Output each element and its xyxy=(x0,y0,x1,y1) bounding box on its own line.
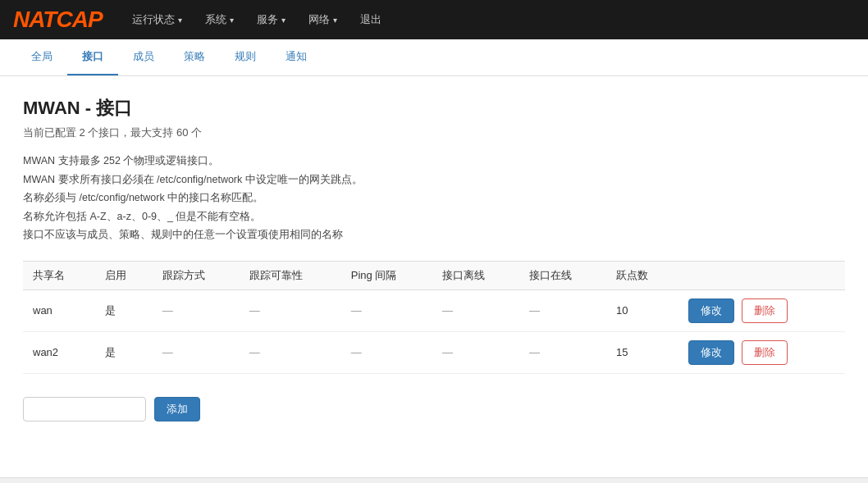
info-line-1: MWAN 支持最多 252 个物理或逻辑接口。 xyxy=(23,152,845,171)
tab-member[interactable]: 成员 xyxy=(118,39,169,75)
col-header-actions xyxy=(678,261,845,289)
add-interface-input[interactable] xyxy=(23,397,146,421)
chevron-down-icon: ▾ xyxy=(281,16,286,25)
table-row: wan2 是 — — — — — 15 修改 删除 xyxy=(23,331,845,373)
cell-track-method: — xyxy=(153,331,240,373)
table-header-row: 共享名 启用 跟踪方式 跟踪可靠性 Ping 间隔 接口离线 接口在线 跃点数 xyxy=(23,261,845,289)
cell-ping-interval: — xyxy=(341,331,432,373)
cell-actions: 修改 删除 xyxy=(678,331,845,373)
interface-table: 共享名 启用 跟踪方式 跟踪可靠性 Ping 间隔 接口离线 接口在线 跃点数 … xyxy=(23,261,845,374)
cell-name: wan xyxy=(23,289,95,331)
add-button[interactable]: 添加 xyxy=(154,397,200,421)
tab-policy[interactable]: 策略 xyxy=(169,39,220,75)
cell-track-reliability: — xyxy=(240,289,341,331)
delete-button[interactable]: 删除 xyxy=(742,298,788,323)
nav-item-logout[interactable]: 退出 xyxy=(350,7,391,32)
edit-button[interactable]: 修改 xyxy=(688,340,734,365)
tab-interface[interactable]: 接口 xyxy=(67,39,118,75)
cell-actions: 修改 删除 xyxy=(678,289,845,331)
main-content: MWAN - 接口 当前已配置 2 个接口，最大支持 60 个 MWAN 支持最… xyxy=(0,76,868,477)
edit-button[interactable]: 修改 xyxy=(688,298,734,323)
nav-item-services[interactable]: 服务 ▾ xyxy=(247,7,295,32)
cell-online: — xyxy=(519,331,606,373)
cell-ping-interval: — xyxy=(341,289,432,331)
tab-notify[interactable]: 通知 xyxy=(271,39,322,75)
nav-link-logout[interactable]: 退出 xyxy=(350,7,391,32)
nav-link-status[interactable]: 运行状态 ▾ xyxy=(122,7,192,32)
chevron-down-icon: ▾ xyxy=(333,16,337,25)
tab-global[interactable]: 全局 xyxy=(16,39,67,75)
chevron-down-icon: ▾ xyxy=(230,16,234,25)
col-header-track-reliability: 跟踪可靠性 xyxy=(240,261,341,289)
nav-link-services[interactable]: 服务 ▾ xyxy=(247,7,295,32)
nav-link-network[interactable]: 网络 ▾ xyxy=(299,7,347,32)
info-line-3: 名称必须与 /etc/config/network 中的接口名称匹配。 xyxy=(23,189,845,207)
cell-metric: 15 xyxy=(606,331,678,373)
cell-name: wan2 xyxy=(23,331,95,373)
cell-online: — xyxy=(519,289,606,331)
cell-track-reliability: — xyxy=(240,331,341,373)
page-subtitle: 当前已配置 2 个接口，最大支持 60 个 xyxy=(23,125,845,140)
col-header-offline: 接口离线 xyxy=(432,261,519,289)
delete-button[interactable]: 删除 xyxy=(742,340,788,365)
cell-offline: — xyxy=(432,331,519,373)
col-header-online: 接口在线 xyxy=(519,261,606,289)
info-block: MWAN 支持最多 252 个物理或逻辑接口。 MWAN 要求所有接口必须在 /… xyxy=(23,152,845,244)
cell-enabled: 是 xyxy=(95,331,153,373)
chevron-down-icon: ▾ xyxy=(178,16,182,25)
brand-logo: NATCAP xyxy=(13,7,103,33)
tab-rules[interactable]: 规则 xyxy=(220,39,271,75)
table-row: wan 是 — — — — — 10 修改 删除 xyxy=(23,289,845,331)
nav-item-system[interactable]: 系统 ▾ xyxy=(195,7,244,32)
cell-metric: 10 xyxy=(606,289,678,331)
info-line-2: MWAN 要求所有接口必须在 /etc/config/network 中设定唯一… xyxy=(23,171,845,189)
col-header-name: 共享名 xyxy=(23,261,95,289)
page-title: MWAN - 接口 xyxy=(23,96,845,121)
col-header-metric: 跃点数 xyxy=(606,261,678,289)
info-line-4: 名称允许包括 A-Z、a-z、0-9、_ 但是不能有空格。 xyxy=(23,207,845,226)
cell-enabled: 是 xyxy=(95,289,153,331)
add-row: 添加 xyxy=(23,389,845,430)
col-header-enabled: 启用 xyxy=(95,261,153,289)
nav-link-system[interactable]: 系统 ▾ xyxy=(195,7,244,32)
cell-track-method: — xyxy=(153,289,240,331)
nav-menu: 运行状态 ▾ 系统 ▾ 服务 ▾ 网络 ▾ 退出 xyxy=(122,7,391,32)
info-line-5: 接口不应该与成员、策略、规则中的任意一个设置项使用相同的名称 xyxy=(23,226,845,244)
footer-bar: https://blog.csdn.net/flyhorstar 保存并应用 保… xyxy=(0,477,868,483)
navbar: NATCAP 运行状态 ▾ 系统 ▾ 服务 ▾ 网络 ▾ xyxy=(0,0,868,39)
tabs-bar: 全局 接口 成员 策略 规则 通知 xyxy=(0,39,868,76)
nav-item-status[interactable]: 运行状态 ▾ xyxy=(122,7,192,32)
col-header-ping-interval: Ping 间隔 xyxy=(341,261,432,289)
cell-offline: — xyxy=(432,289,519,331)
col-header-track-method: 跟踪方式 xyxy=(153,261,240,289)
nav-item-network[interactable]: 网络 ▾ xyxy=(299,7,347,32)
